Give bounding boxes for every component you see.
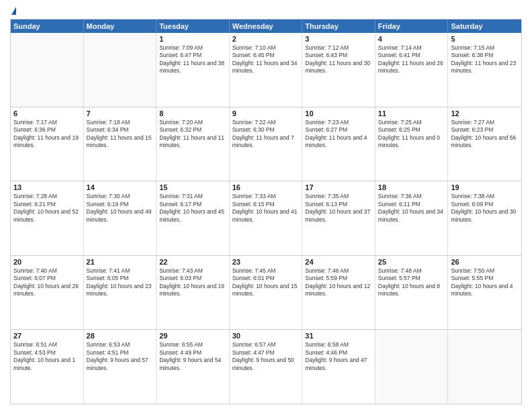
calendar-header: SundayMondayTuesdayWednesdayThursdayFrid… <box>11 19 521 33</box>
calendar-cell-17: 17Sunrise: 7:35 AM Sunset: 6:13 PM Dayli… <box>302 181 375 255</box>
cell-info: Sunrise: 7:14 AM Sunset: 6:41 PM Dayligh… <box>378 44 445 75</box>
cell-info: Sunrise: 7:15 AM Sunset: 6:38 PM Dayligh… <box>451 44 519 75</box>
calendar-cell-10: 10Sunrise: 7:23 AM Sunset: 6:27 PM Dayli… <box>302 107 375 181</box>
day-number: 8 <box>159 109 226 118</box>
day-number: 5 <box>451 35 519 43</box>
day-number: 26 <box>451 258 519 266</box>
calendar-cell-22: 22Sunrise: 7:43 AM Sunset: 6:03 PM Dayli… <box>157 256 230 330</box>
calendar-cell-empty <box>375 330 449 404</box>
day-number: 4 <box>378 35 445 43</box>
day-number: 10 <box>305 109 372 118</box>
calendar-cell-18: 18Sunrise: 7:36 AM Sunset: 6:11 PM Dayli… <box>375 181 449 255</box>
calendar-cell-4: 4Sunrise: 7:14 AM Sunset: 6:41 PM Daylig… <box>375 33 449 107</box>
calendar-row-0: 1Sunrise: 7:09 AM Sunset: 6:47 PM Daylig… <box>11 33 521 107</box>
cell-info: Sunrise: 7:09 AM Sunset: 6:47 PM Dayligh… <box>159 44 226 75</box>
day-number: 14 <box>87 183 154 191</box>
calendar-cell-19: 19Sunrise: 7:38 AM Sunset: 6:09 PM Dayli… <box>448 181 521 255</box>
day-number: 15 <box>159 183 226 191</box>
calendar-cell-3: 3Sunrise: 7:12 AM Sunset: 6:43 PM Daylig… <box>302 33 375 107</box>
calendar-cell-30: 30Sunrise: 6:57 AM Sunset: 4:47 PM Dayli… <box>230 330 303 404</box>
weekday-header-monday: Monday <box>84 19 157 33</box>
day-number: 1 <box>159 35 226 43</box>
weekday-header-thursday: Thursday <box>302 19 375 33</box>
calendar-cell-31: 31Sunrise: 6:58 AM Sunset: 4:46 PM Dayli… <box>302 330 375 404</box>
cell-info: Sunrise: 7:12 AM Sunset: 6:43 PM Dayligh… <box>305 44 372 75</box>
day-number: 18 <box>378 183 445 191</box>
calendar-cell-14: 14Sunrise: 7:30 AM Sunset: 6:19 PM Dayli… <box>84 181 157 255</box>
calendar-cell-5: 5Sunrise: 7:15 AM Sunset: 6:38 PM Daylig… <box>448 33 521 107</box>
calendar-cell-empty <box>84 33 157 107</box>
day-number: 28 <box>87 332 154 340</box>
cell-info: Sunrise: 7:17 AM Sunset: 6:36 PM Dayligh… <box>13 119 81 150</box>
calendar-body: 1Sunrise: 7:09 AM Sunset: 6:47 PM Daylig… <box>11 33 521 404</box>
cell-info: Sunrise: 7:41 AM Sunset: 6:05 PM Dayligh… <box>87 267 154 298</box>
day-number: 11 <box>378 109 445 118</box>
cell-info: Sunrise: 7:38 AM Sunset: 6:09 PM Dayligh… <box>451 193 519 224</box>
cell-info: Sunrise: 7:30 AM Sunset: 6:19 PM Dayligh… <box>87 193 154 224</box>
day-number: 30 <box>232 332 300 340</box>
calendar-cell-24: 24Sunrise: 7:46 AM Sunset: 5:59 PM Dayli… <box>302 256 375 330</box>
cell-info: Sunrise: 7:33 AM Sunset: 6:15 PM Dayligh… <box>232 193 300 224</box>
day-number: 13 <box>13 183 81 191</box>
logo-triangle-icon <box>11 7 16 15</box>
calendar-row-4: 27Sunrise: 6:51 AM Sunset: 4:53 PM Dayli… <box>11 329 521 404</box>
calendar-cell-23: 23Sunrise: 7:45 AM Sunset: 6:01 PM Dayli… <box>230 256 303 330</box>
cell-info: Sunrise: 7:22 AM Sunset: 6:30 PM Dayligh… <box>232 119 300 150</box>
calendar-cell-26: 26Sunrise: 7:50 AM Sunset: 5:55 PM Dayli… <box>448 256 521 330</box>
calendar-row-3: 20Sunrise: 7:40 AM Sunset: 6:07 PM Dayli… <box>11 255 521 330</box>
weekday-header-sunday: Sunday <box>11 19 84 33</box>
calendar-cell-12: 12Sunrise: 7:27 AM Sunset: 6:23 PM Dayli… <box>448 107 521 181</box>
calendar-page: SundayMondayTuesdayWednesdayThursdayFrid… <box>0 0 532 411</box>
cell-info: Sunrise: 6:55 AM Sunset: 4:49 PM Dayligh… <box>159 341 226 372</box>
cell-info: Sunrise: 6:57 AM Sunset: 4:47 PM Dayligh… <box>232 341 300 372</box>
cell-info: Sunrise: 7:50 AM Sunset: 5:55 PM Dayligh… <box>451 267 519 298</box>
cell-info: Sunrise: 7:25 AM Sunset: 6:25 PM Dayligh… <box>378 119 445 150</box>
cell-info: Sunrise: 7:40 AM Sunset: 6:07 PM Dayligh… <box>13 267 81 298</box>
calendar-cell-21: 21Sunrise: 7:41 AM Sunset: 6:05 PM Dayli… <box>84 256 157 330</box>
cell-info: Sunrise: 7:46 AM Sunset: 5:59 PM Dayligh… <box>305 267 372 298</box>
cell-info: Sunrise: 7:20 AM Sunset: 6:32 PM Dayligh… <box>159 119 226 150</box>
calendar-cell-29: 29Sunrise: 6:55 AM Sunset: 4:49 PM Dayli… <box>157 330 230 404</box>
cell-info: Sunrise: 7:18 AM Sunset: 6:34 PM Dayligh… <box>87 119 154 150</box>
day-number: 7 <box>87 109 154 118</box>
cell-info: Sunrise: 7:31 AM Sunset: 6:17 PM Dayligh… <box>159 193 226 224</box>
calendar-cell-28: 28Sunrise: 6:53 AM Sunset: 4:51 PM Dayli… <box>84 330 157 404</box>
day-number: 20 <box>13 258 81 266</box>
day-number: 24 <box>305 258 372 266</box>
cell-info: Sunrise: 7:23 AM Sunset: 6:27 PM Dayligh… <box>305 119 372 150</box>
calendar: SundayMondayTuesdayWednesdayThursdayFrid… <box>10 19 522 404</box>
cell-info: Sunrise: 7:10 AM Sunset: 6:45 PM Dayligh… <box>232 44 300 75</box>
calendar-cell-empty <box>448 330 521 404</box>
weekday-header-tuesday: Tuesday <box>157 19 230 33</box>
day-number: 22 <box>159 258 226 266</box>
day-number: 27 <box>13 332 81 340</box>
calendar-cell-27: 27Sunrise: 6:51 AM Sunset: 4:53 PM Dayli… <box>11 330 84 404</box>
calendar-cell-16: 16Sunrise: 7:33 AM Sunset: 6:15 PM Dayli… <box>230 181 303 255</box>
day-number: 3 <box>305 35 372 43</box>
cell-info: Sunrise: 7:36 AM Sunset: 6:11 PM Dayligh… <box>378 193 445 224</box>
header <box>10 7 522 15</box>
calendar-cell-empty <box>11 33 84 107</box>
calendar-cell-7: 7Sunrise: 7:18 AM Sunset: 6:34 PM Daylig… <box>84 107 157 181</box>
day-number: 2 <box>232 35 300 43</box>
weekday-header-saturday: Saturday <box>448 19 521 33</box>
calendar-cell-20: 20Sunrise: 7:40 AM Sunset: 6:07 PM Dayli… <box>11 256 84 330</box>
day-number: 25 <box>378 258 445 266</box>
cell-info: Sunrise: 6:58 AM Sunset: 4:46 PM Dayligh… <box>305 341 372 372</box>
day-number: 17 <box>305 183 372 191</box>
calendar-cell-6: 6Sunrise: 7:17 AM Sunset: 6:36 PM Daylig… <box>11 107 84 181</box>
calendar-cell-15: 15Sunrise: 7:31 AM Sunset: 6:17 PM Dayli… <box>157 181 230 255</box>
day-number: 23 <box>232 258 300 266</box>
day-number: 19 <box>451 183 519 191</box>
cell-info: Sunrise: 7:43 AM Sunset: 6:03 PM Dayligh… <box>159 267 226 298</box>
day-number: 16 <box>232 183 300 191</box>
weekday-header-wednesday: Wednesday <box>230 19 303 33</box>
cell-info: Sunrise: 7:35 AM Sunset: 6:13 PM Dayligh… <box>305 193 372 224</box>
day-number: 6 <box>13 109 81 118</box>
day-number: 9 <box>232 109 300 118</box>
day-number: 21 <box>87 258 154 266</box>
calendar-cell-1: 1Sunrise: 7:09 AM Sunset: 6:47 PM Daylig… <box>157 33 230 107</box>
calendar-cell-8: 8Sunrise: 7:20 AM Sunset: 6:32 PM Daylig… <box>157 107 230 181</box>
calendar-row-2: 13Sunrise: 7:28 AM Sunset: 6:21 PM Dayli… <box>11 181 521 255</box>
day-number: 12 <box>451 109 519 118</box>
